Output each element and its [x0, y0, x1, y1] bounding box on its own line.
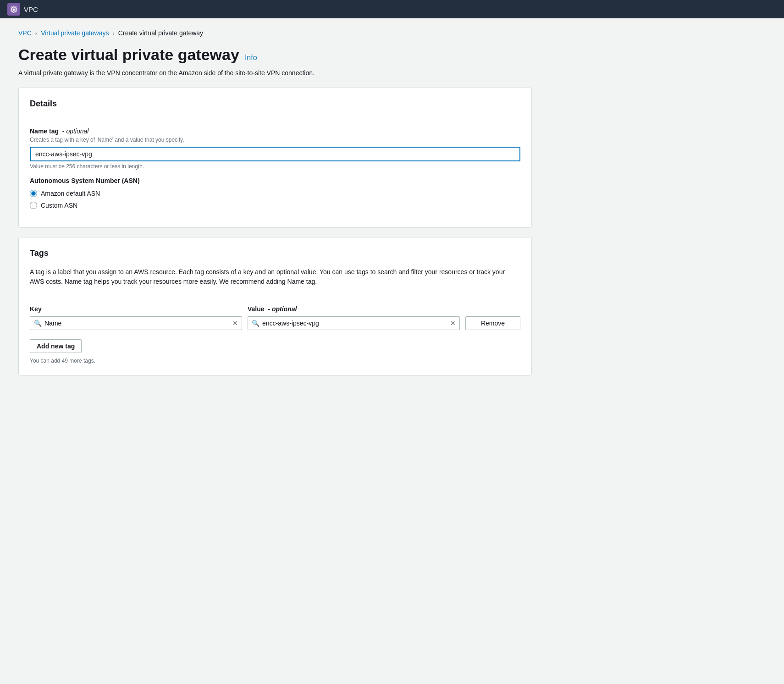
breadcrumb: VPC › Virtual private gateways › Create …	[18, 29, 532, 37]
name-tag-hint: Creates a tag with a key of 'Name' and a…	[30, 137, 520, 143]
info-link[interactable]: Info	[245, 54, 257, 62]
tags-divider	[19, 296, 531, 296]
value-header: Value - optional	[248, 305, 460, 313]
page-title: Create virtual private gateway	[18, 46, 239, 64]
asn-amazon-option[interactable]: Amazon default ASN	[30, 190, 520, 197]
details-card: Details Name tag - optional Creates a ta…	[18, 88, 532, 228]
name-tag-constraint: Value must be 256 characters or less in …	[30, 163, 520, 170]
tags-card-title: Tags	[30, 248, 520, 258]
main-content: VPC › Virtual private gateways › Create …	[0, 18, 550, 396]
breadcrumb-vpg-link[interactable]: Virtual private gateways	[41, 29, 109, 37]
asn-custom-option[interactable]: Custom ASN	[30, 202, 520, 209]
name-tag-field: Name tag - optional Creates a tag with a…	[30, 127, 520, 170]
tag-value-input[interactable]	[262, 317, 447, 330]
top-nav: VPC	[0, 0, 784, 18]
breadcrumb-vpc-link[interactable]: VPC	[18, 29, 32, 37]
tag-key-clear-button[interactable]: ✕	[232, 320, 238, 327]
tags-row: 🔍 ✕ 🔍 ✕ Remove	[30, 316, 520, 330]
asn-amazon-label: Amazon default ASN	[41, 190, 100, 197]
page-description: A virtual private gateway is the VPN con…	[18, 69, 532, 77]
page-title-area: Create virtual private gateway Info	[18, 46, 532, 64]
vpc-icon	[7, 3, 20, 16]
asn-custom-label: Custom ASN	[41, 202, 77, 209]
tag-value-clear-button[interactable]: ✕	[450, 320, 456, 327]
tags-limit-hint: You can add 49 more tags.	[30, 358, 520, 364]
tags-description: A tag is a label that you assign to an A…	[30, 267, 520, 287]
details-card-title: Details	[30, 99, 520, 109]
svg-point-1	[13, 9, 15, 11]
top-nav-title: VPC	[24, 6, 38, 13]
add-tag-button[interactable]: Add new tag	[30, 339, 82, 353]
breadcrumb-sep-1: ›	[35, 30, 37, 37]
tags-card: Tags A tag is a label that you assign to…	[18, 237, 532, 375]
tag-key-input[interactable]	[44, 317, 230, 330]
tag-key-wrapper: 🔍 ✕	[30, 316, 242, 330]
name-tag-input[interactable]	[30, 147, 520, 161]
details-divider	[30, 118, 520, 118]
remove-tag-button[interactable]: Remove	[465, 316, 520, 330]
asn-label: Autonomous System Number (ASN)	[30, 177, 520, 184]
key-search-icon: 🔍	[34, 320, 42, 327]
tags-table-header: Key Value - optional	[30, 305, 520, 313]
asn-custom-radio[interactable]	[30, 202, 37, 209]
breadcrumb-sep-2: ›	[113, 30, 115, 37]
asn-field: Autonomous System Number (ASN) Amazon de…	[30, 177, 520, 209]
key-header: Key	[30, 305, 242, 313]
name-tag-label: Name tag - optional	[30, 127, 520, 135]
breadcrumb-current: Create virtual private gateway	[118, 29, 203, 37]
value-search-icon: 🔍	[252, 320, 259, 327]
asn-amazon-radio[interactable]	[30, 190, 37, 197]
tag-value-wrapper: 🔍 ✕	[248, 316, 460, 330]
